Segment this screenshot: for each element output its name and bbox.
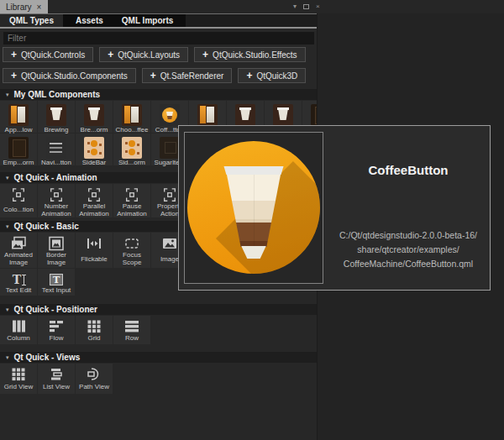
- plus-icon: +: [11, 71, 17, 80]
- basic-items-row-2: T Text Edit T Text Input: [0, 269, 75, 296]
- item-list-view[interactable]: List View: [38, 364, 75, 394]
- row-icon: [123, 319, 140, 333]
- section-header-qt-quick-positioner[interactable]: ▾ Qt Quick - Positioner: [0, 304, 318, 315]
- plus-icon: +: [246, 71, 252, 80]
- item-focus-scope[interactable]: Focus Scope: [113, 233, 150, 268]
- import-buttons-row-1: + QtQuick.Controls + QtQuick.Layouts + Q…: [3, 47, 306, 62]
- component-preview-tooltip: CoffeeButton C:/Qt/qtdesignstudio-2.0.0-…: [178, 125, 491, 291]
- text-lines-icon: [46, 137, 66, 159]
- tabbar-underline: [0, 27, 318, 29]
- item-animated-image[interactable]: Animated Image: [0, 233, 37, 268]
- item-number-animation[interactable]: Number Animation: [38, 184, 75, 217]
- coffee-glass-icon: [223, 166, 285, 259]
- add-import-qtquick-layouts-button[interactable]: + QtQuick.Layouts: [99, 47, 188, 62]
- grid-icon: [86, 319, 102, 333]
- tooltip-info: CoffeeButton C:/Qt/qtdesignstudio-2.0.0-…: [330, 126, 486, 291]
- tab-qml-types[interactable]: QML Types: [0, 14, 63, 27]
- components-row-2: Emp...orm Navi...tton SideBar Sid...orm …: [0, 134, 188, 165]
- animation-brackets-icon: [87, 187, 102, 202]
- sidebar-thumbnail-icon: [122, 137, 142, 159]
- dock-close-icon[interactable]: ×: [316, 3, 320, 11]
- item-grid-view[interactable]: Grid View: [0, 364, 37, 394]
- dock-float-icon[interactable]: [303, 4, 309, 9]
- coffee-machine-icon: [8, 104, 29, 126]
- item-parallel-animation[interactable]: Parallel Animation: [76, 184, 113, 217]
- qt-design-studio-library-panel: Library × ▾ × QML Types Assets QML Impor…: [0, 0, 504, 440]
- library-dock-tab[interactable]: Library ×: [0, 0, 48, 13]
- chevron-down-icon: ▾: [6, 223, 9, 229]
- animation-items-row: Colo...tion Number Animation Parallel An…: [0, 184, 188, 217]
- dock-window-controls: ▾ ×: [293, 2, 320, 12]
- dark-machine-icon: [311, 104, 318, 126]
- filter-input[interactable]: [3, 32, 314, 45]
- dock-menu-icon[interactable]: ▾: [293, 3, 297, 11]
- component-item-applicationflow[interactable]: App...low: [0, 101, 37, 133]
- item-pause-animation[interactable]: Pause Animation: [113, 184, 150, 217]
- focus-scope-icon: [123, 236, 140, 251]
- tooltip-component-name: CoffeeButton: [330, 163, 486, 177]
- item-flickable[interactable]: Flickable: [76, 233, 113, 268]
- tab-assets[interactable]: Assets: [66, 14, 113, 27]
- item-path-view[interactable]: Path View: [76, 364, 113, 394]
- animation-brackets-icon: [162, 187, 177, 202]
- component-item-choosingcoffee[interactable]: Choo...ffee: [113, 101, 150, 133]
- coffee-button-circle: [187, 141, 320, 274]
- image-icon: [161, 236, 178, 251]
- section-header-my-qml-components[interactable]: ▾ My QML Components: [0, 89, 318, 100]
- plus-icon: +: [150, 71, 156, 80]
- library-tabbar: QML Types Assets QML Imports: [0, 13, 318, 27]
- library-dock-tab-label: Library: [6, 3, 32, 12]
- item-grid[interactable]: Grid: [76, 316, 113, 344]
- plus-icon: +: [11, 50, 17, 59]
- views-items-row: Grid View List View Path View: [0, 364, 113, 394]
- chevron-down-icon: ▾: [6, 92, 9, 97]
- flow-icon: [48, 319, 65, 333]
- coffee-cup-icon: [235, 104, 255, 126]
- import-buttons-row-2: + QtQuick.Studio.Components + Qt.SafeRen…: [3, 68, 306, 83]
- add-import-qtquick-studio-effects-button[interactable]: + QtQuick.Studio.Effects: [194, 47, 305, 62]
- grid-view-icon: [10, 367, 27, 381]
- path-view-icon: [86, 367, 102, 381]
- coffee-cup-icon: [84, 104, 104, 126]
- animation-brackets-icon: [11, 187, 26, 202]
- column-icon: [10, 319, 27, 333]
- add-import-qt-saferenderer-button[interactable]: + Qt.SafeRenderer: [142, 68, 233, 83]
- tooltip-file-path: C:/Qt/qtdesignstudio-2.0.0-beta-16/ shar…: [330, 228, 486, 271]
- sugar-cube-icon: [160, 137, 180, 159]
- add-import-qtquick-studio-components-button[interactable]: + QtQuick.Studio.Components: [3, 68, 136, 83]
- component-item-brewing[interactable]: Brewing: [38, 101, 75, 133]
- chevron-down-icon: ▾: [6, 306, 9, 312]
- chevron-down-icon: ▾: [6, 354, 9, 360]
- item-color-animation[interactable]: Colo...tion: [0, 184, 37, 217]
- animation-brackets-icon: [124, 187, 139, 202]
- add-import-qtquick3d-button[interactable]: + QtQuick3D: [238, 68, 306, 83]
- close-icon[interactable]: ×: [37, 3, 42, 12]
- component-preview-image: [184, 132, 323, 284]
- plus-icon: +: [108, 50, 113, 59]
- tab-strip: Assets QML Imports: [63, 14, 186, 27]
- item-row[interactable]: Row: [113, 316, 150, 344]
- component-item-sidebar[interactable]: SideBar: [76, 134, 113, 165]
- coffee-machine-icon: [197, 104, 218, 126]
- item-text-edit[interactable]: T Text Edit: [0, 269, 37, 296]
- item-column[interactable]: Column: [0, 316, 37, 344]
- item-border-image[interactable]: Border Image: [38, 233, 75, 268]
- coffee-button-icon: [160, 104, 180, 126]
- animation-brackets-icon: [49, 187, 64, 202]
- flickable-icon: [86, 236, 102, 251]
- item-flow[interactable]: Flow: [38, 316, 75, 344]
- chevron-down-icon: ▾: [6, 175, 9, 181]
- tab-qml-imports[interactable]: QML Imports: [113, 14, 182, 27]
- coffee-machine-icon: [122, 104, 142, 126]
- component-item-emptycupform[interactable]: Emp...orm: [0, 134, 37, 165]
- component-item-navigationbutton[interactable]: Navi...tton: [38, 134, 75, 165]
- component-item-sidebarform[interactable]: Sid...orm: [113, 134, 150, 165]
- item-text-input[interactable]: T Text Input: [38, 269, 75, 296]
- text-input-icon: T: [50, 273, 63, 286]
- coffee-cup-icon: [273, 104, 293, 126]
- add-import-qtquick-controls-button[interactable]: + QtQuick.Controls: [3, 47, 93, 62]
- component-item-brewingform[interactable]: Bre...orm: [76, 101, 113, 133]
- section-header-qt-quick-views[interactable]: ▾ Qt Quick - Views: [0, 352, 318, 363]
- list-view-icon: [48, 367, 65, 381]
- sidebar-thumbnail-icon: [84, 137, 104, 159]
